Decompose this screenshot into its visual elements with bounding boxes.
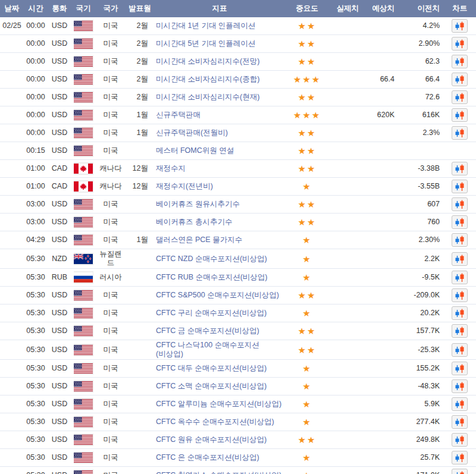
indicator-link[interactable]: 재정수지 [156, 164, 186, 172]
chart-button[interactable] [452, 397, 468, 411]
country-name: 미국 [95, 449, 126, 467]
indicator-link[interactable]: CFTC 나스닥100 순매수포지션(비상업) [156, 341, 259, 358]
previous-value: 2.30% [399, 231, 444, 249]
indicator-link[interactable]: 미시간대 소비자심리지수(현재) [156, 93, 259, 101]
event-row: 05:30 USD 미국 CFTC 천연가스 순매수포지션(비상업) ★ -17… [0, 467, 476, 474]
indicator-link[interactable]: 재정수지(전년비) [156, 182, 213, 190]
chart-button[interactable] [452, 108, 468, 122]
chart-button[interactable] [452, 90, 468, 104]
event-date [0, 305, 24, 322]
country-name: 미국 [95, 106, 126, 124]
country-name: 미국 [95, 467, 126, 474]
event-date [0, 431, 24, 449]
chart-button[interactable] [452, 55, 468, 68]
chart-button[interactable] [452, 252, 468, 266]
indicator-link[interactable]: CFTC 옥수수 순매수포지션(비상업) [156, 418, 274, 426]
indicator-link[interactable]: CFTC 구리 순매수포지션(비상업) [156, 309, 267, 317]
importance-stars: ★★★ [286, 71, 328, 89]
chart-button[interactable] [452, 379, 468, 393]
usa-flag-icon [74, 289, 93, 302]
event-date [0, 360, 24, 378]
candlestick-chart-icon [455, 382, 465, 391]
currency-code: CAD [48, 178, 71, 196]
chart-button[interactable] [452, 37, 468, 51]
event-row: 00:00 USD 미국 2월 미시간대 소비자심리지수(전망) ★★ 62.3 [0, 53, 476, 71]
chart-button[interactable] [452, 343, 468, 357]
indicator-link[interactable]: 신규주택판매 [156, 111, 201, 119]
usa-flag-icon [74, 216, 93, 228]
candlestick-chart-icon [455, 327, 465, 335]
indicator-link[interactable]: 미시간대 5년 기대 인플레이션 [156, 39, 255, 48]
event-date [0, 214, 24, 231]
chart-button[interactable] [452, 415, 468, 429]
report-month [126, 305, 154, 322]
actual-value [328, 467, 363, 474]
indicator-link[interactable]: CFTC 대두 순매수포지션(비상업) [156, 364, 267, 372]
indicator-link[interactable]: 미시간대 소비자심리지수(종합) [156, 75, 259, 83]
event-time: 00:15 [24, 142, 48, 160]
indicator-link[interactable]: CFTC 원유 순매수포지션(비상업) [156, 435, 267, 444]
chart-button[interactable] [452, 433, 468, 447]
indicator-link[interactable]: 신규주택판매(전월비) [156, 128, 228, 137]
chart-button[interactable] [452, 306, 468, 320]
candlestick-chart-icon [455, 418, 465, 426]
event-date [0, 53, 24, 71]
forecast-value [363, 360, 399, 378]
chart-button[interactable] [452, 215, 468, 229]
event-row: 03:00 USD 미국 베이커휴즈 총시추기수 ★★ 760 [0, 214, 476, 231]
currency-code: USD [48, 106, 71, 124]
forecast-value [363, 449, 399, 467]
country-name: 미국 [95, 35, 126, 53]
indicator-link[interactable]: CFTC 소맥 순매수포지션(비상업) [156, 382, 267, 390]
event-row: 05:30 USD 미국 CFTC 소맥 순매수포지션(비상업) ★ -48.3… [0, 378, 476, 395]
report-month: 2월 [126, 17, 154, 35]
forecast-value [363, 89, 399, 106]
candlestick-chart-icon [455, 309, 465, 318]
chart-button[interactable] [452, 324, 468, 338]
actual-value [328, 71, 363, 89]
indicator-link[interactable]: CFTC S&P500 순매수포지션(비상업) [156, 291, 279, 299]
indicator-link[interactable]: CFTC RUB 순매수포지션(비상업) [156, 273, 268, 281]
currency-code: USD [48, 89, 71, 106]
actual-value [328, 142, 363, 160]
candlestick-chart-icon [455, 182, 465, 191]
country-name: 미국 [95, 287, 126, 305]
chart-button[interactable] [452, 451, 468, 464]
actual-value [328, 35, 363, 53]
chart-button[interactable] [452, 362, 468, 375]
indicator-link[interactable]: CFTC 천연가스 순매수포지션(비상업) [156, 471, 281, 474]
chart-button[interactable] [452, 233, 468, 247]
chart-button[interactable] [452, 126, 468, 140]
indicator-link[interactable]: 댈러스연은 PCE 물가지수 [156, 236, 242, 244]
indicator-link[interactable]: 베이커휴즈 원유시추기수 [156, 200, 240, 208]
chart-button[interactable] [452, 180, 468, 193]
indicator-link[interactable]: 베이커휴즈 총시추기수 [156, 218, 232, 226]
forecast-value [363, 178, 399, 196]
event-time: 05:30 [24, 269, 48, 287]
currency-code: USD [48, 35, 71, 53]
chart-button[interactable] [452, 162, 468, 175]
chart-button[interactable] [452, 19, 468, 33]
event-date [0, 196, 24, 214]
indicator-link[interactable]: CFTC 알루미늄 순매수포지션(비상업) [156, 400, 281, 408]
indicator-link[interactable]: CFTC 은 순매수포지션(비상업) [156, 453, 259, 462]
chart-button[interactable] [452, 197, 468, 211]
chart-button[interactable] [452, 271, 468, 284]
indicator-link[interactable]: CFTC 금 순매수포지션(비상업) [156, 327, 259, 335]
report-month [126, 449, 154, 467]
forecast-value [363, 305, 399, 322]
header-country: 국가 [95, 0, 126, 17]
indicator-link[interactable]: 미시간대 소비자심리지수(전망) [156, 57, 259, 65]
actual-value [328, 449, 363, 467]
chart-button[interactable] [452, 73, 468, 86]
report-month [126, 142, 154, 160]
candlestick-chart-icon [455, 453, 465, 462]
indicator-link[interactable]: 미시간대 1년 기대 인플레이션 [156, 21, 255, 30]
chart-button[interactable] [452, 288, 468, 302]
indicator-link[interactable]: CFTC NZD 순매수포지션(비상업) [156, 255, 267, 263]
chart-button[interactable] [452, 469, 468, 474]
indicator-link[interactable]: 메스터 FOMC위원 연설 [156, 146, 234, 155]
previous-value: -3.55B [399, 178, 444, 196]
candlestick-chart-icon [455, 435, 465, 444]
forecast-value [363, 196, 399, 214]
